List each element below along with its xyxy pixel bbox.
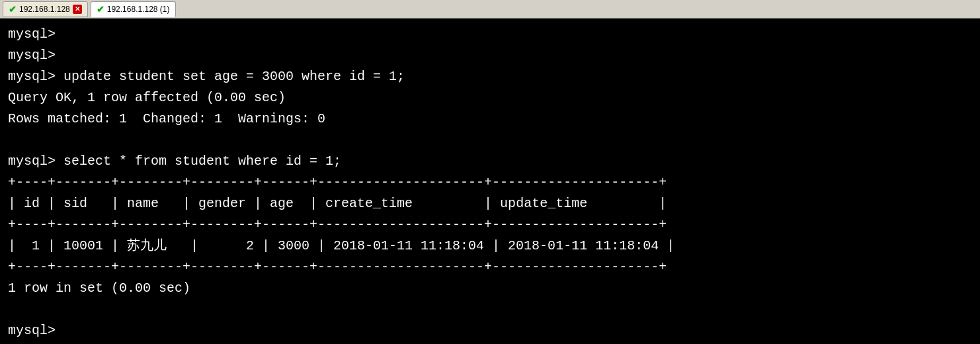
line-4: Query OK, 1 row affected (0.00 sec)	[8, 90, 286, 105]
line-11: | 1 | 10001 | 苏九儿 | 2 | 3000 | 2018-01-1…	[8, 238, 674, 253]
line-5: Rows matched: 1 Changed: 1 Warnings: 0	[8, 111, 325, 126]
line-2: mysql>	[8, 48, 63, 63]
checkmark-icon-2: ✔	[97, 4, 104, 15]
checkmark-icon-1: ✔	[9, 4, 17, 15]
tab-bar: ✔ 192.168.1.128 ✕ ✔ 192.168.1.128 (1)	[0, 0, 980, 19]
tab-2-label: 192.168.1.128 (1)	[107, 5, 170, 14]
line-9: | id | sid | name | gender | age | creat…	[8, 196, 667, 211]
tab-2[interactable]: ✔ 192.168.1.128 (1)	[91, 1, 176, 17]
tab-1[interactable]: ✔ 192.168.1.128 ✕	[3, 1, 88, 17]
line-7: mysql> select * from student where id = …	[8, 153, 341, 169]
terminal[interactable]: mysql> mysql> mysql> update student set …	[0, 19, 980, 344]
close-icon-1[interactable]: ✕	[73, 5, 82, 14]
line-3: mysql> update student set age = 3000 whe…	[8, 69, 405, 84]
line-15: mysql>	[8, 323, 63, 338]
line-1: mysql>	[8, 26, 63, 42]
line-10: +----+-------+--------+--------+------+-…	[8, 217, 667, 232]
line-13: 1 row in set (0.00 sec)	[8, 280, 190, 296]
tab-1-label: 192.168.1.128	[19, 5, 70, 14]
line-8: +----+-------+--------+--------+------+-…	[8, 175, 667, 190]
line-12: +----+-------+--------+--------+------+-…	[8, 259, 667, 275]
